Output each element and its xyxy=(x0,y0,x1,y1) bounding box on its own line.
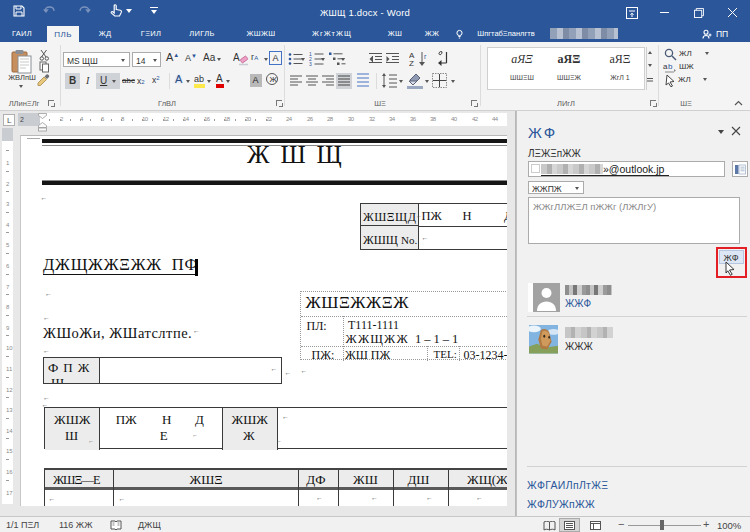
svg-text:b: b xyxy=(668,62,673,71)
svg-text:A: A xyxy=(233,52,240,63)
svg-text:г: г xyxy=(424,53,427,60)
svg-text:Z: Z xyxy=(409,59,414,67)
svg-text:3: 3 xyxy=(309,61,312,66)
